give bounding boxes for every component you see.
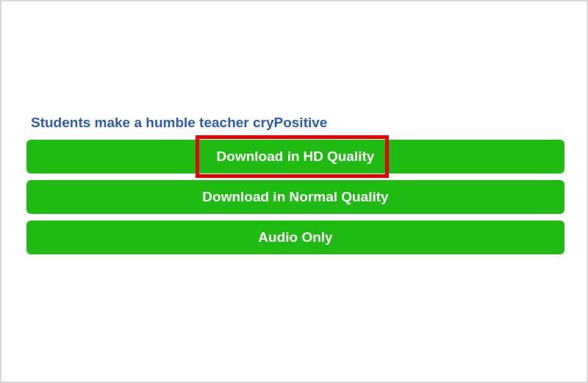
download-hd-button[interactable]: Download in HD Quality bbox=[26, 140, 564, 173]
download-hd-bold: HD bbox=[304, 148, 323, 165]
video-title-link[interactable]: Students make a humble teacher cryPositi… bbox=[26, 115, 564, 131]
download-hd-suffix: Quality bbox=[327, 148, 374, 165]
download-normal-button[interactable]: Download in Normal Quality bbox=[26, 180, 564, 214]
download-audio-button[interactable]: Audio Only bbox=[26, 221, 564, 254]
download-hd-prefix: Download in bbox=[217, 148, 300, 165]
download-normal-label: Download in Normal Quality bbox=[202, 189, 388, 205]
download-panel: Students make a humble teacher cryPositi… bbox=[26, 115, 564, 261]
download-audio-label: Audio Only bbox=[258, 229, 332, 246]
